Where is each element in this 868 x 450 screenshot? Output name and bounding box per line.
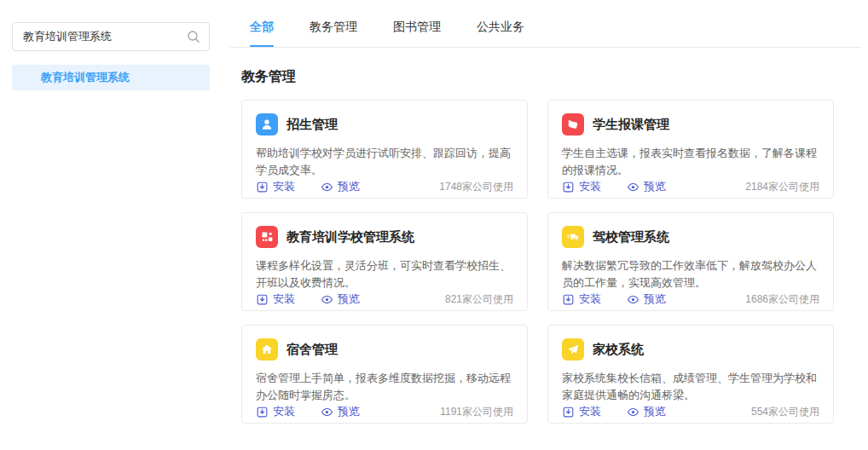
preview-button[interactable]: 预览 (627, 179, 666, 194)
eye-icon (321, 181, 333, 193)
card-footer: 安装 预览 1686家公司使用 (562, 291, 819, 307)
install-button[interactable]: 安装 (562, 291, 601, 307)
card-header: 学生报课管理 (562, 113, 819, 136)
search-input[interactable] (23, 31, 187, 43)
tab-public[interactable]: 公共业务 (477, 20, 524, 47)
app-card[interactable]: 招生管理 帮助培训学校对学员进行试听安排、跟踪回访，提高学员成交率。 安装 预览… (241, 100, 528, 199)
card-description: 解决数据繁冗导致的工作效率低下，解放驾校办公人员的工作量，实现高效管理。 (562, 257, 819, 291)
card-header: 驾校管理系统 (562, 226, 819, 248)
install-icon (562, 406, 575, 418)
tab-all[interactable]: 全部 (250, 20, 274, 47)
install-icon (562, 181, 575, 193)
card-title: 招生管理 (286, 117, 338, 133)
usage-count: 1191家公司使用 (440, 405, 513, 419)
card-title: 宿舍管理 (286, 342, 338, 358)
blocks-icon (256, 226, 278, 248)
usage-count: 554家公司使用 (751, 405, 819, 419)
card-header: 家校系统 (562, 338, 819, 361)
eye-icon (627, 293, 639, 306)
card-header: 招生管理 (256, 113, 513, 136)
card-description: 宿舍管理上手简单，报表多维度数据挖掘，移动远程办公随时掌握房态。 (256, 370, 513, 404)
preview-button[interactable]: 预览 (321, 179, 360, 194)
card-header: 宿舍管理 (256, 338, 513, 361)
user-icon (256, 113, 278, 136)
install-icon (256, 406, 269, 418)
install-button[interactable]: 安装 (562, 404, 601, 419)
app-card[interactable]: 教育培训学校管理系统 课程多样化设置，灵活分班，可实时查看学校招生、开班以及收费… (241, 212, 528, 311)
search-icon[interactable] (187, 30, 200, 43)
app-card-grid: 招生管理 帮助培训学校对学员进行试听安排、跟踪回访，提高学员成交率。 安装 预览… (241, 100, 848, 424)
card-title: 学生报课管理 (593, 117, 669, 133)
usage-count: 2184家公司使用 (745, 180, 819, 194)
app-card[interactable]: 学生报课管理 学生自主选课，报表实时查看报名数据，了解各课程的报课情况。 安装 … (547, 100, 834, 199)
search-box[interactable] (12, 22, 210, 51)
sidebar: 教育培训管理系统 (0, 0, 223, 450)
card-header: 教育培训学校管理系统 (256, 226, 513, 248)
paper-plane-icon (562, 338, 584, 361)
eye-icon (321, 293, 333, 306)
category-tabs: 全部 教务管理 图书管理 公共业务 (230, 0, 861, 48)
hand-icon (562, 113, 584, 136)
tab-library[interactable]: 图书管理 (393, 20, 441, 47)
usage-count: 1686家公司使用 (745, 292, 819, 307)
install-icon (562, 293, 575, 306)
eye-icon (627, 181, 639, 193)
truck-icon (562, 226, 584, 248)
card-footer: 安装 预览 1191家公司使用 (256, 404, 513, 419)
usage-count: 1748家公司使用 (439, 180, 513, 194)
preview-button[interactable]: 预览 (321, 291, 360, 307)
card-footer: 安装 预览 1748家公司使用 (256, 179, 513, 194)
card-title: 家校系统 (593, 342, 644, 358)
tab-jiaowu[interactable]: 教务管理 (310, 20, 357, 47)
preview-button[interactable]: 预览 (627, 404, 666, 419)
card-title: 驾校管理系统 (593, 229, 669, 245)
install-button[interactable]: 安装 (256, 404, 295, 419)
install-button[interactable]: 安装 (256, 291, 295, 307)
app-card[interactable]: 宿舍管理 宿舍管理上手简单，报表多维度数据挖掘，移动远程办公随时掌握房态。 安装… (241, 325, 528, 424)
app-card[interactable]: 驾校管理系统 解决数据繁冗导致的工作效率低下，解放驾校办公人员的工作量，实现高效… (547, 212, 834, 311)
eye-icon (321, 406, 333, 418)
app-card[interactable]: 家校系统 家校系统集校长信箱、成绩管理、学生管理为学校和家庭提供通畅的沟通桥梁。… (547, 325, 834, 424)
card-description: 课程多样化设置，灵活分班，可实时查看学校招生、开班以及收费情况。 (256, 257, 513, 291)
usage-count: 821家公司使用 (445, 292, 513, 307)
card-footer: 安装 预览 2184家公司使用 (562, 179, 819, 194)
main-content: 全部 教务管理 图书管理 公共业务 教务管理 招生管理 帮助培训学校对学员进行试… (230, 0, 861, 450)
install-button[interactable]: 安装 (562, 179, 601, 194)
card-title: 教育培训学校管理系统 (286, 229, 414, 245)
card-footer: 安装 预览 554家公司使用 (562, 404, 819, 419)
card-description: 学生自主选课，报表实时查看报名数据，了解各课程的报课情况。 (562, 145, 819, 179)
section-title: 教务管理 (241, 68, 861, 86)
install-icon (256, 293, 269, 306)
home-icon (256, 338, 278, 361)
eye-icon (627, 406, 639, 418)
card-description: 家校系统集校长信箱、成绩管理、学生管理为学校和家庭提供通畅的沟通桥梁。 (562, 370, 819, 404)
preview-button[interactable]: 预览 (627, 291, 666, 307)
card-footer: 安装 预览 821家公司使用 (256, 291, 513, 307)
card-description: 帮助培训学校对学员进行试听安排、跟踪回访，提高学员成交率。 (256, 145, 513, 179)
install-button[interactable]: 安装 (256, 179, 295, 194)
preview-button[interactable]: 预览 (321, 404, 360, 419)
install-icon (256, 181, 269, 193)
sidebar-item-edu-training-system[interactable]: 教育培训管理系统 (12, 65, 210, 90)
